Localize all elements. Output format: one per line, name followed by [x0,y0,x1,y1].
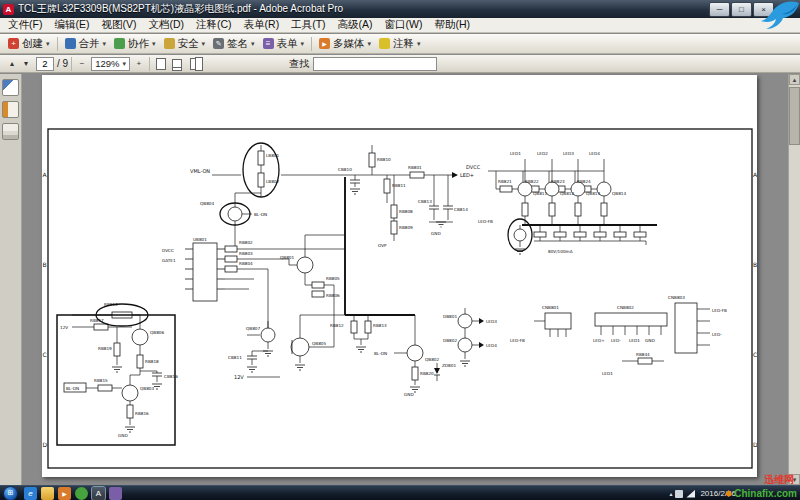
schematic-drawing: A B C D A B C D [42,75,757,477]
sch-label: LED3 [486,319,497,324]
sch-label: 80V/100mA [548,249,573,254]
sch-label: LB802 [266,179,280,184]
sch-label: GND [118,433,128,438]
power-bus [345,177,657,315]
vertical-scrollbar[interactable]: ▲ ▼ [788,74,800,485]
network-icon[interactable] [686,490,695,498]
scroll-up-arrow[interactable]: ▲ [789,74,800,85]
page-number-input[interactable] [36,57,54,71]
watermark-domain-text: Chinafix.com [734,488,797,499]
page-count-label: / 9 [57,58,68,69]
menu-comments[interactable]: 注释(C) [190,18,238,32]
layers-panel-button[interactable] [2,123,19,140]
zoom-in-button[interactable] [132,57,146,71]
zone-label: D [43,441,48,448]
watermark-site-name: 迅维网 [764,473,794,487]
zoom-out-button[interactable] [75,57,89,71]
ic-and-connector-symbols [57,243,697,445]
collaborate-button[interactable]: 协作 [110,36,160,52]
sch-label: RB813 [373,323,387,328]
image-viewer-taskbar-icon[interactable] [109,487,122,500]
single-page-view-button[interactable] [153,57,169,71]
continuous-view-button[interactable] [169,57,185,71]
comment-button[interactable]: 注释 [375,36,425,52]
sch-label: RB844 [636,352,650,357]
scrollbar-thumb[interactable] [789,87,800,145]
sch-label: RB823 [551,179,565,184]
menu-window[interactable]: 窗口(W) [379,18,429,32]
next-page-button[interactable] [19,57,33,71]
sch-label: RB803 [239,251,253,256]
chevron-down-icon [251,40,255,48]
sch-label: CB811 [228,355,242,360]
sch-label: RB814 [104,302,118,307]
start-button[interactable] [3,486,18,500]
zoom-level-select[interactable]: 129% [91,57,130,71]
screen: TCL王牌L32F3309B(MS82PT机芯)液晶彩电图纸.pdf - Ado… [0,0,800,500]
highlight-ellipses [96,143,532,326]
create-button[interactable]: 创建 [4,36,54,52]
sch-label: LED3 [563,151,574,156]
menu-forms[interactable]: 表单(R) [238,18,286,32]
two-up-page-icon [190,58,196,70]
sch-label: QB805 [312,341,326,346]
sch-label: DVCC [466,164,481,170]
bookmarks-panel-button[interactable] [2,101,19,118]
zone-label: D [753,441,757,448]
chevron-down-icon [152,40,156,48]
media-player-taskbar-icon[interactable] [58,487,71,500]
sch-label: RB822 [525,179,539,184]
sch-label: 12V [234,374,244,380]
sch-label: BL-ON [66,386,79,391]
sch-label: CNB801 [542,305,559,310]
collaborate-icon [114,38,125,49]
menu-file[interactable]: 文件(F) [2,18,48,32]
sch-label: UB801 [193,237,207,242]
sch-label: RB817 [90,318,104,323]
find-input[interactable] [313,57,437,71]
maximize-button[interactable]: □ [731,2,752,17]
menu-view[interactable]: 视图(V) [95,18,142,32]
pdf-page: A B C D A B C D [42,75,757,477]
multimedia-button[interactable]: 多媒体 [315,36,375,52]
chevron-down-icon [122,60,126,68]
menu-edit[interactable]: 编辑(E) [48,18,95,32]
browser-taskbar-icon[interactable] [75,487,88,500]
sch-label: LED1 [510,151,521,156]
previous-page-button[interactable] [5,57,19,71]
minimize-button[interactable]: ─ [709,2,730,17]
navigation-pane [0,74,22,485]
pages-panel-button[interactable] [2,79,19,96]
acrobat-taskbar-icon[interactable] [92,487,105,500]
sch-label: RB812 [330,323,344,328]
chevron-down-icon [103,40,107,48]
sch-label: QB812 [560,191,574,196]
explorer-taskbar-icon[interactable] [41,487,54,500]
sch-label: BL-ON [374,351,387,356]
sch-label: CNB802 [617,305,634,310]
sch-label: LED- [712,332,722,337]
menu-help[interactable]: 帮助(H) [428,18,476,32]
secure-button[interactable]: 安全 [160,36,210,52]
sch-label: RB809 [399,225,413,230]
sch-label: 12V [60,325,68,330]
forms-button[interactable]: 表单 [259,36,309,52]
sch-label: LED- [611,338,621,343]
tray-status-icon[interactable] [675,490,683,498]
sch-label: RB820 [420,371,434,376]
combine-button[interactable]: 合并 [61,36,111,52]
chinafix-bird-logo [760,0,800,30]
menu-advanced[interactable]: 高级(A) [332,18,379,32]
ie-taskbar-icon[interactable] [24,487,37,500]
sch-label: OVP [378,243,387,248]
sign-button[interactable]: 签名 [209,36,259,52]
zone-label: A [753,171,757,178]
tray-expand-icon[interactable] [669,490,672,497]
continuous-page-icon [172,59,182,68]
menu-document[interactable]: 文档(D) [142,18,190,32]
two-up-view-button[interactable] [185,57,201,71]
sch-label: QB811 [533,191,547,196]
menu-tools[interactable]: 工具(T) [285,18,331,32]
sch-label: LED-FB [510,338,525,343]
sch-label: QB802 [425,357,439,362]
